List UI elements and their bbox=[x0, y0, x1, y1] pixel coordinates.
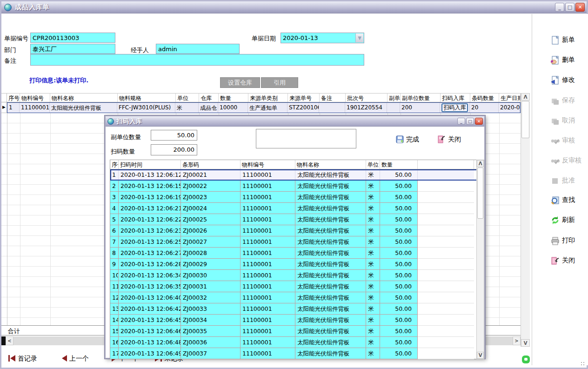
header-cell[interactable]: 批次号 bbox=[346, 94, 388, 102]
barcode-scan-input[interactable] bbox=[256, 129, 356, 148]
scan-qty-field[interactable]: 200.00 bbox=[151, 144, 197, 155]
cell: ZJ00027 bbox=[181, 236, 241, 248]
header-cell[interactable]: 扫码入库 bbox=[441, 94, 470, 102]
header-cell[interactable]: 生产日期 bbox=[499, 94, 521, 102]
header-cell[interactable] bbox=[418, 160, 474, 169]
header-cell[interactable]: 副单位数量 bbox=[401, 94, 441, 102]
header-cell[interactable]: 物料名称 bbox=[50, 94, 118, 102]
table-row[interactable]: 32020-01-13 12:06:19ZJ0002311100001太阳能光伏… bbox=[110, 192, 481, 203]
previous-icon bbox=[62, 355, 67, 363]
scrollbar-thumb[interactable] bbox=[521, 101, 529, 138]
sidebar-button-12[interactable]: 关闭 bbox=[551, 255, 575, 266]
vertical-scrollbar[interactable]: ᐱ ᐯ bbox=[521, 93, 530, 347]
scan-inbound-cell-button[interactable]: 扫码入库 bbox=[441, 103, 468, 112]
header-cell[interactable]: 单位 bbox=[176, 94, 199, 102]
quote-button[interactable]: 引用 bbox=[261, 77, 298, 88]
dialog-minimize-button[interactable]: _ bbox=[457, 118, 465, 125]
header-cell[interactable]: 物料编号 bbox=[20, 94, 50, 102]
remark-field[interactable] bbox=[30, 54, 364, 66]
cell: 50.00 bbox=[380, 326, 418, 337]
dialog-vertical-scrollbar[interactable]: ᐱ ᐯ bbox=[476, 160, 484, 359]
header-cell[interactable]: 条码数量 bbox=[470, 94, 499, 102]
close-app-icon bbox=[551, 256, 560, 265]
table-row[interactable]: 172020-01-13 12:06:49ZJ0003711100001太阳能光… bbox=[110, 348, 481, 359]
table-row[interactable]: 152020-01-13 12:06:46ZJ0003511100001太阳能光… bbox=[110, 326, 481, 337]
sidebar-button-3[interactable]: 修改 bbox=[551, 74, 575, 86]
table-row[interactable]: 72020-01-13 12:06:25ZJ0002711100001太阳能光伏… bbox=[110, 236, 481, 248]
resize-grip[interactable] bbox=[580, 361, 586, 367]
table-row[interactable]: 122020-01-13 12:06:40ZJ0003211100001太阳能光… bbox=[110, 292, 481, 303]
header-cell[interactable]: 物料规格 bbox=[118, 94, 176, 102]
table-row[interactable]: 12020-01-13 12:06:12ZJ0002111100001太阳能光伏… bbox=[110, 169, 481, 181]
close-button[interactable]: ✕ bbox=[575, 3, 585, 12]
header-cell[interactable]: 备注 bbox=[320, 94, 346, 102]
scroll-right-icon[interactable]: > bbox=[513, 336, 521, 345]
finish-button[interactable]: 完成 bbox=[395, 135, 419, 144]
sidebar-button-label: 反审核 bbox=[562, 156, 581, 165]
sidebar-button-label: 新单 bbox=[562, 36, 575, 44]
table-row[interactable]: 102020-01-13 12:06:34ZJ0003011100001太阳能光… bbox=[110, 270, 481, 281]
scroll-down-icon[interactable]: ᐯ bbox=[477, 352, 484, 359]
header-cell[interactable]: 序号 bbox=[110, 160, 119, 169]
maximize-button[interactable]: □ bbox=[565, 3, 575, 12]
sidebar-button-1[interactable]: 新单 bbox=[551, 34, 575, 46]
scroll-up-icon[interactable]: ᐱ bbox=[521, 93, 530, 101]
header-cell[interactable]: 物料编号 bbox=[241, 160, 295, 169]
sidebar-button-9[interactable]: 查找 bbox=[551, 195, 575, 206]
sidebar-button-4: 保存 bbox=[551, 95, 575, 106]
cell bbox=[418, 326, 474, 337]
assistant-icon[interactable] bbox=[522, 356, 530, 363]
table-row[interactable]: 52020-01-13 12:06:22ZJ0002511100001太阳能光伏… bbox=[110, 214, 481, 225]
scrollbar-thumb[interactable] bbox=[477, 168, 483, 219]
table-row[interactable]: 62020-01-13 12:06:23ZJ0002611100001太阳能光伏… bbox=[110, 225, 481, 236]
table-row[interactable]: ▶ 111100001太阳能光伏组件背板FFC-JW3010(PLUS)米成品仓… bbox=[1, 102, 521, 113]
header-cell[interactable]: 副单位 bbox=[388, 94, 401, 102]
handler-label: 经手人 bbox=[131, 46, 149, 54]
delete-doc-icon bbox=[551, 56, 560, 65]
sub-qty-field[interactable]: 50.00 bbox=[151, 130, 197, 141]
minimize-button[interactable]: _ bbox=[555, 3, 564, 12]
sidebar-button-2[interactable]: 删单 bbox=[551, 54, 575, 66]
header-cell[interactable]: 扫码时间 bbox=[119, 160, 181, 169]
row-indicator: ▶ bbox=[1, 102, 7, 113]
scroll-left-icon[interactable]: < bbox=[6, 336, 13, 345]
header-cell[interactable]: 来源单号 bbox=[288, 94, 320, 102]
table-row[interactable]: 82020-01-13 12:06:27ZJ0002811100001太阳能光伏… bbox=[110, 248, 481, 259]
header-cell[interactable]: 仓库 bbox=[199, 94, 219, 102]
cell: ZJ00026 bbox=[181, 225, 241, 236]
header-cell[interactable]: 来源单类别 bbox=[248, 94, 288, 102]
header-cell[interactable]: 单位 bbox=[366, 160, 380, 169]
dialog-close-action-button[interactable]: 关闭 bbox=[437, 135, 461, 144]
scroll-down-icon[interactable]: ᐯ bbox=[521, 339, 530, 347]
table-row[interactable]: 142020-01-13 12:06:45ZJ0003411100001太阳能光… bbox=[110, 315, 481, 326]
sidebar-button-11[interactable]: 打印 bbox=[551, 235, 575, 246]
set-warehouse-button[interactable]: 设置仓库 bbox=[220, 77, 260, 88]
header-cell[interactable]: 物料名称 bbox=[295, 160, 366, 169]
table-row[interactable]: 112020-01-13 12:06:35ZJ0003111100001太阳能光… bbox=[110, 281, 481, 292]
doc-no-field[interactable]: CPR200113003 bbox=[30, 33, 115, 43]
nav-first-record[interactable]: 首记录 bbox=[8, 355, 37, 363]
cell bbox=[418, 281, 474, 292]
dialog-maximize-button[interactable]: □ bbox=[466, 118, 474, 125]
header-cell[interactable]: 条形码 bbox=[181, 160, 241, 169]
table-row[interactable]: 162020-01-13 12:06:48ZJ0003611100001太阳能光… bbox=[110, 337, 481, 348]
dept-field[interactable]: 泰兴工厂 bbox=[30, 44, 115, 54]
nav-previous[interactable]: 上一个 bbox=[62, 355, 89, 363]
header-cell[interactable]: 数量 bbox=[380, 160, 418, 169]
header-cell[interactable]: 序号 bbox=[7, 94, 20, 102]
cell: 200 bbox=[400, 103, 440, 113]
chevron-down-icon[interactable]: ▼ bbox=[355, 34, 363, 42]
cell: 米 bbox=[366, 169, 380, 181]
table-row[interactable]: 22020-01-13 12:06:15ZJ0002211100001太阳能光伏… bbox=[110, 181, 481, 192]
cell: ZJ00031 bbox=[181, 281, 241, 292]
scroll-up-icon[interactable]: ᐱ bbox=[477, 160, 484, 167]
handler-field[interactable]: admin bbox=[156, 44, 240, 54]
doc-date-combobox[interactable]: 2020-01-13 ▼ bbox=[281, 33, 364, 43]
sidebar-button-10[interactable]: 刷新 bbox=[551, 215, 575, 226]
table-row[interactable]: 92020-01-13 12:06:28ZJ0002911100001太阳能光伏… bbox=[110, 259, 481, 270]
table-row[interactable]: 132020-01-13 12:06:42ZJ0003311100001太阳能光… bbox=[110, 303, 481, 315]
cell: ZJ00037 bbox=[181, 348, 241, 359]
header-cell[interactable]: 数量 bbox=[219, 94, 248, 102]
dialog-close-button[interactable]: ✕ bbox=[475, 118, 483, 125]
table-row[interactable]: 42020-01-13 12:06:21ZJ0002411100001太阳能光伏… bbox=[110, 203, 481, 214]
